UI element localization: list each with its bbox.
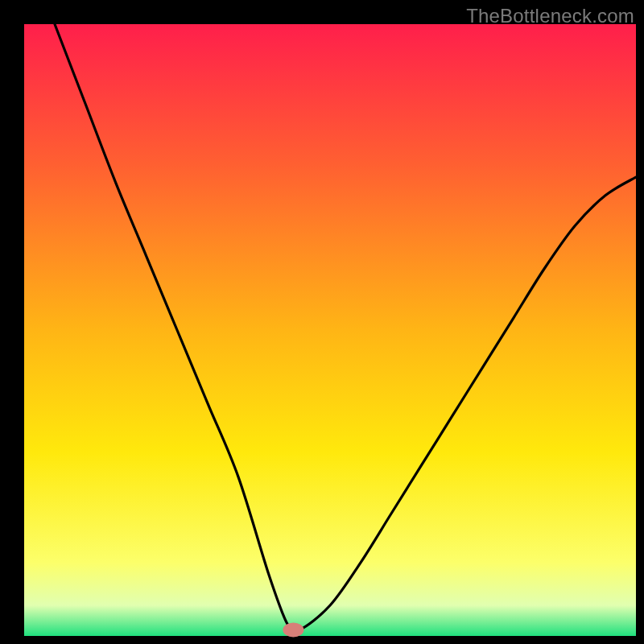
chart-container: TheBottleneck.com: [0, 0, 644, 644]
watermark-text: TheBottleneck.com: [466, 5, 634, 27]
bottleneck-chart: [0, 0, 644, 644]
optimal-point-marker: [283, 622, 303, 637]
plot-background: [24, 24, 636, 636]
